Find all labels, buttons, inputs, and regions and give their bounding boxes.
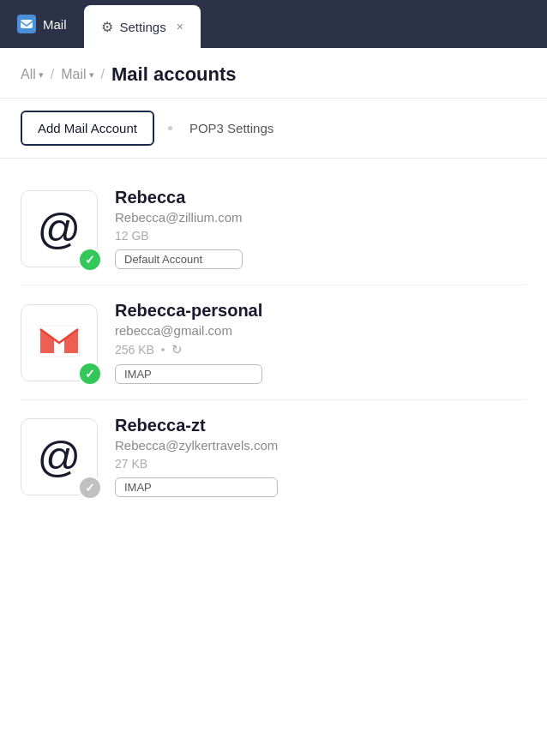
at-icon: @ (38, 207, 81, 250)
close-icon[interactable]: × (177, 20, 183, 33)
settings-tab-label: Settings (120, 20, 166, 34)
status-badge-rebecca: ✓ (78, 248, 102, 272)
account-list: @ ✓ Rebecca Rebecca@zillium.com 12 GB De… (0, 159, 547, 526)
account-name-rebecca: Rebecca (115, 188, 243, 207)
app-tab[interactable]: Mail (0, 0, 84, 48)
account-info-rebecca-personal: Rebecca-personal rebecca@gmail.com 256 K… (115, 301, 262, 384)
status-badge-rebecca-personal: ✓ (78, 362, 102, 386)
title-bar: Mail ⚙ Settings × (0, 0, 547, 48)
account-tag-rebecca-personal[interactable]: IMAP (115, 364, 262, 384)
status-badge-rebecca-zt: ✓ (78, 476, 102, 500)
toolbar: Add Mail Account POP3 Settings (0, 99, 547, 159)
account-email-rebecca: Rebecca@zillium.com (115, 210, 243, 225)
meta-dot (161, 348, 165, 351)
pop3-settings-link[interactable]: POP3 Settings (186, 112, 277, 144)
account-item-rebecca-zt[interactable]: @ ✓ Rebecca-zt Rebecca@zylkertravels.com… (21, 400, 526, 513)
svg-rect-0 (21, 20, 33, 28)
account-tag-rebecca-zt[interactable]: IMAP (115, 477, 278, 497)
app-name: Mail (43, 17, 67, 32)
account-storage-rebecca-personal: 256 KB ↻ (115, 342, 262, 357)
toolbar-separator (168, 126, 172, 130)
breadcrumb-separator-1: / (51, 67, 54, 82)
account-tag-rebecca[interactable]: Default Account (115, 249, 243, 269)
account-name-rebecca-zt: Rebecca-zt (115, 416, 278, 435)
account-icon-rebecca: @ ✓ (21, 190, 98, 267)
breadcrumb-current: Mail accounts (111, 63, 236, 86)
account-icon-rebecca-personal: ✓ (21, 304, 98, 381)
at-icon-zt: @ (38, 435, 81, 478)
account-item-rebecca[interactable]: @ ✓ Rebecca Rebecca@zillium.com 12 GB De… (21, 172, 526, 285)
breadcrumb-separator-2: / (101, 67, 105, 82)
breadcrumb: All ▾ / Mail ▾ / Mail accounts (0, 48, 547, 99)
app-icon (17, 15, 36, 33)
account-storage-rebecca-zt: 27 KB (115, 457, 278, 471)
account-name-rebecca-personal: Rebecca-personal (115, 301, 262, 321)
account-storage-rebecca: 12 GB (115, 229, 243, 243)
account-icon-rebecca-zt: @ ✓ (21, 418, 98, 495)
sync-icon: ↻ (171, 342, 183, 357)
gmail-icon (37, 324, 81, 362)
account-item-rebecca-personal[interactable]: ✓ Rebecca-personal rebecca@gmail.com 256… (21, 285, 526, 400)
add-mail-account-button[interactable]: Add Mail Account (21, 111, 154, 146)
account-info-rebecca: Rebecca Rebecca@zillium.com 12 GB Defaul… (115, 188, 243, 269)
settings-tab[interactable]: ⚙ Settings × (84, 5, 201, 48)
breadcrumb-mail[interactable]: Mail ▾ (61, 67, 93, 82)
breadcrumb-all[interactable]: All ▾ (21, 67, 44, 82)
account-info-rebecca-zt: Rebecca-zt Rebecca@zylkertravels.com 27 … (115, 416, 278, 497)
chevron-down-icon: ▾ (39, 69, 44, 81)
gear-icon: ⚙ (101, 19, 113, 35)
chevron-down-icon-2: ▾ (89, 69, 94, 81)
account-email-rebecca-personal: rebecca@gmail.com (115, 323, 262, 338)
account-email-rebecca-zt: Rebecca@zylkertravels.com (115, 438, 278, 453)
